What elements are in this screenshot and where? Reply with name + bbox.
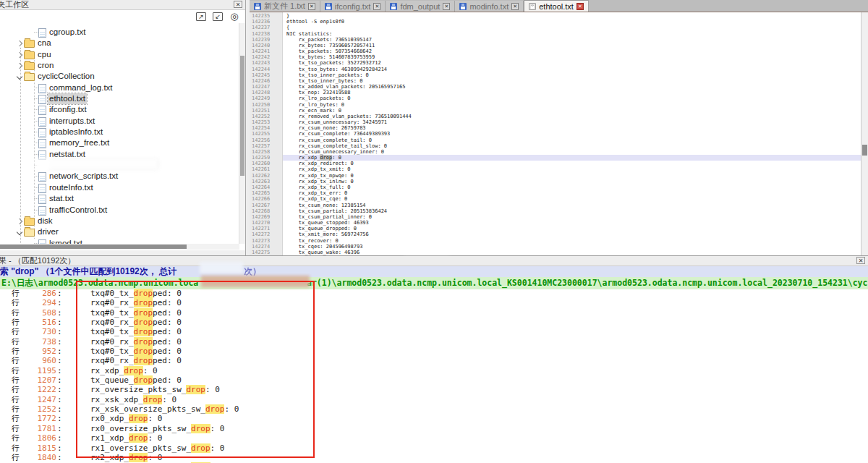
- results-close-icon[interactable]: ✕: [856, 257, 865, 264]
- line-text: rx_xdp_tx_inlnw: 0: [286, 179, 354, 184]
- tab-close-icon[interactable]: ✕: [511, 3, 519, 10]
- tree-item-redacted[interactable]: [0, 160, 239, 171]
- result-row-line-294[interactable]: 行294:rxq#0_rx_dropped: 0: [0, 298, 868, 307]
- chevron-right-icon[interactable]: [17, 51, 22, 57]
- tab-close-icon[interactable]: ✕: [576, 3, 584, 10]
- tree-item-trafficcontrol-txt[interactable]: trafficControl.txt: [0, 205, 239, 216]
- result-row-line-1806[interactable]: 行1806:rx1_xdp_drop: 0: [0, 433, 868, 443]
- editor-line: 142264 rx_xdp_tx_full: 0: [250, 184, 861, 190]
- tree-item-driver[interactable]: driver: [0, 226, 239, 237]
- result-row-line-730[interactable]: 行730:txq#0_tx_dropped: 0: [0, 327, 868, 336]
- result-row-line-1815[interactable]: 行1815:rx1_oversize_pkts_sw_drop: 0: [0, 443, 868, 453]
- tree-horizontal-scrollbar[interactable]: [0, 244, 239, 250]
- line-text: ethtool -S enp1s0f0: [286, 19, 344, 25]
- match-highlight: drop: [129, 433, 148, 443]
- tree-item-disk[interactable]: disk: [0, 216, 239, 226]
- chevron-down-icon[interactable]: [17, 229, 22, 235]
- tree-vscroll-thumb[interactable]: [240, 56, 244, 176]
- row-label: 行: [12, 375, 20, 385]
- tree-item-interrupts-txt[interactable]: interrupts.txt: [0, 116, 239, 127]
- editor-tabbar: 新文件 1.txt✕ifconfig.txt✕fdm_output✕modinf…: [250, 0, 868, 12]
- tab-label: ethtool.txt: [539, 2, 574, 11]
- chevron-down-icon[interactable]: [17, 74, 22, 80]
- chevron-right-icon[interactable]: [17, 63, 22, 69]
- result-colon: :: [57, 366, 62, 375]
- tree-item-iptablesinfo-txt[interactable]: iptablesInfo.txt: [0, 127, 239, 137]
- line-text: rx_xdp_tx_xmit: 0: [286, 166, 351, 172]
- result-row-line-738[interactable]: 行738:rxq#0_rx_dropped: 0: [0, 337, 868, 347]
- file-icon: [38, 128, 46, 137]
- editor-line: 142239 rx_packets: 736510395147: [250, 37, 861, 43]
- line-number: 142237: [252, 25, 270, 30]
- tree-item-memory-free-txt[interactable]: memory_free.txt: [0, 137, 239, 148]
- tab-modinfo-txt[interactable]: modinfo.txt✕: [455, 1, 524, 12]
- tree-item-label: cpu: [38, 49, 51, 60]
- tree-item-label: driver: [38, 226, 59, 237]
- chevron-right-icon[interactable]: [17, 218, 22, 224]
- result-rows: 行286:txq#0_tx_dropped: 0行294:rxq#0_rx_dr…: [0, 289, 868, 463]
- line-number: 142236: [252, 19, 270, 25]
- editor-vscroll-thumb[interactable]: [862, 145, 867, 156]
- result-file-path-line[interactable]: E:\日志\armod0523.odata.ncmp.unicom.loca a…: [0, 277, 868, 289]
- tab-close-icon[interactable]: ✕: [308, 3, 315, 10]
- tree-item-routeinfo-txt[interactable]: routeInfo.txt: [0, 182, 239, 193]
- results-titlebar: 果 - （匹配10192次） ✕: [0, 256, 868, 266]
- tab-ifconfig-txt[interactable]: ifconfig.txt✕: [320, 1, 386, 12]
- tree-item-stat-txt[interactable]: stat.txt: [0, 193, 239, 204]
- result-row-line-1195[interactable]: 行1195:rx_xdp_drop: 0: [0, 366, 868, 375]
- tree-item-cna[interactable]: cna: [0, 38, 239, 48]
- locate-current-file-icon[interactable]: ◎: [229, 12, 239, 21]
- tree-item-cycliccollection[interactable]: cyclicCollection: [0, 71, 239, 82]
- workspace-toolbar: ↗ ↙ ◎: [196, 11, 239, 22]
- tree-item-label: interrupts.txt: [49, 116, 95, 127]
- result-row-line-1207[interactable]: 行1207:tx_queue_dropped: 0: [0, 375, 868, 385]
- tab-ethtool-txt[interactable]: ethtool.txt✕: [524, 0, 589, 12]
- chevron-right-icon[interactable]: [17, 41, 22, 46]
- result-row-line-1772[interactable]: 行1772:rx0_xdp_drop: 0: [0, 414, 868, 423]
- result-colon: :: [57, 327, 62, 336]
- workspace-close-icon[interactable]: ✕: [234, 1, 242, 8]
- tab--1-txt[interactable]: 新文件 1.txt✕: [250, 1, 320, 12]
- tree-item-command-log-txt[interactable]: command_log.txt: [0, 82, 239, 93]
- tree-item-label: stat.txt: [49, 193, 74, 204]
- result-row-line-960[interactable]: 行960:rxq#0_rx_dropped: 0: [0, 356, 868, 365]
- match-highlight: drop: [134, 347, 153, 356]
- tree-hscroll-thumb[interactable]: [0, 245, 187, 249]
- result-row-line-1840[interactable]: 行1840:rx2_xdp_drop: 0: [0, 453, 868, 462]
- tree-item-cpu[interactable]: cpu: [0, 49, 239, 60]
- result-row-line-1781[interactable]: 行1781:rx0_oversize_pkts_sw_drop: 0: [0, 424, 868, 433]
- result-row-line-1247[interactable]: 行1247:rx_xsk_xdp_drop: 0: [0, 395, 868, 404]
- tree-item-ethtool-txt[interactable]: ethtool.txt: [0, 93, 239, 104]
- search-summary-line[interactable]: 索 "drop" （1个文件中匹配到10192次， 总计 次）: [0, 266, 868, 277]
- folder-open-icon: [24, 229, 35, 237]
- result-row-line-516[interactable]: 行516:rxq#0_rx_dropped: 0: [0, 318, 868, 327]
- file-tree[interactable]: cgroup.txtcnacpucroncyclicCollectioncomm…: [0, 23, 239, 244]
- tree-item-ifconfig-txt[interactable]: ifconfig.txt: [0, 104, 239, 115]
- line-number: 142263: [252, 179, 270, 184]
- tree-item-network-scripts-txt[interactable]: network_scripts.txt: [0, 171, 239, 182]
- match-highlight: drop: [124, 366, 143, 375]
- editor-line: 142236ethtool -S enp1s0f0: [250, 19, 861, 25]
- expand-all-icon[interactable]: ↗: [196, 12, 206, 21]
- tree-item-label: cna: [38, 38, 51, 48]
- result-row-line-1222[interactable]: 行1222:rx_oversize_pkts_sw_drop: 0: [0, 385, 868, 394]
- result-row-line-1252[interactable]: 行1252:rx_xsk_oversize_pkts_sw_drop: 0: [0, 404, 868, 414]
- tree-vertical-scrollbar[interactable]: [239, 23, 245, 244]
- tree-item-netstat-txt[interactable]: netstat.txt: [0, 149, 239, 160]
- tab-close-icon[interactable]: ✕: [443, 3, 450, 10]
- file-icon: [38, 28, 46, 38]
- line-number: 142246: [252, 78, 270, 84]
- result-row-line-286[interactable]: 行286:txq#0_tx_dropped: 0: [0, 289, 868, 298]
- collapse-all-icon[interactable]: ↙: [213, 12, 223, 21]
- workspace-title: 夹工作区: [0, 0, 29, 9]
- tree-item-cron[interactable]: cron: [0, 60, 239, 71]
- result-row-line-952[interactable]: 行952:txq#0_tx_dropped: 0: [0, 347, 868, 356]
- tab-close-icon[interactable]: ✕: [373, 3, 380, 10]
- tree-item-cgroup-txt[interactable]: cgroup.txt: [0, 27, 239, 38]
- result-text: rxq#0_rx_dropped: 0: [90, 318, 182, 327]
- editor-view[interactable]: 142235}142236ethtool -S enp1s0f0142237{1…: [250, 12, 861, 255]
- result-row-line-508[interactable]: 行508:txq#0_tx_dropped: 0: [0, 308, 868, 318]
- tree-item-lsmod-txt[interactable]: lsmod.txt: [0, 238, 239, 244]
- tab-fdm-output[interactable]: fdm_output✕: [386, 1, 455, 12]
- editor-vertical-scrollbar[interactable]: [861, 12, 868, 255]
